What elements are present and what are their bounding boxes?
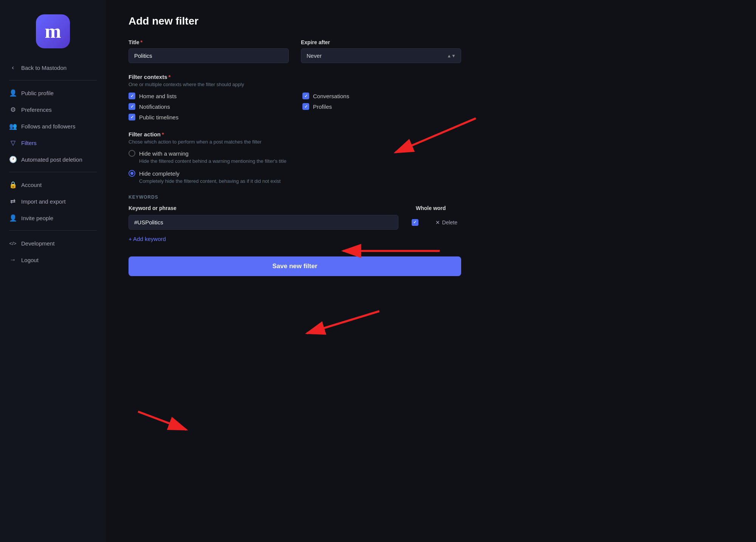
checkbox-home-label: Home and lists [139, 93, 177, 99]
sidebar-item-account[interactable]: 🔒 Account [3, 177, 103, 193]
filter-contexts-title: Filter contexts* [129, 74, 461, 80]
sidebar-label-filters: Filters [21, 140, 37, 146]
checkbox-home[interactable]: ✓ Home and lists [129, 93, 287, 99]
logout-icon: → [9, 256, 17, 264]
back-label: Back to Mastodon [21, 65, 67, 71]
checkbox-public-label: Public timelines [139, 114, 178, 120]
radio-hide-row[interactable]: Hide completely [129, 170, 461, 177]
sidebar-label-import-export: Import and export [21, 198, 66, 205]
title-input[interactable] [129, 48, 289, 63]
kw-whole-check-0[interactable]: ✓ [404, 219, 426, 226]
auto-delete-icon: 🕐 [9, 156, 17, 163]
follows-icon: 👥 [9, 122, 17, 130]
checkbox-grid: ✓ Home and lists ✓ Conversations ✓ Notif… [129, 93, 461, 120]
back-icon: ‹ [9, 64, 17, 71]
sidebar-item-invite[interactable]: 👤 Invite people [3, 210, 103, 226]
contexts-required-star: * [169, 74, 171, 80]
expire-label: Expire after [301, 39, 461, 45]
logo-m-letter: m [45, 22, 61, 41]
page-title: Add new filter [129, 15, 461, 27]
sidebar-label-invite: Invite people [21, 215, 53, 221]
radio-warn-circle [129, 150, 135, 157]
expire-select[interactable]: Never 30 minutes 1 hour 6 hours 12 hours… [301, 48, 461, 63]
mastodon-logo: m [36, 14, 70, 48]
checkbox-profiles-label: Profiles [313, 103, 332, 110]
filter-contexts-section: Filter contexts* One or multiple context… [129, 74, 461, 120]
filter-action-subtitle: Chose which action to perform when a pos… [129, 139, 461, 145]
sidebar-label-logout: Logout [21, 257, 39, 263]
logo-area: m [0, 8, 106, 60]
sidebar-item-filters[interactable]: ▽ Filters [3, 135, 103, 151]
kw-col-whole-label: Whole word [416, 205, 461, 211]
checkbox-public-box: ✓ [129, 114, 135, 120]
radio-hide-label: Hide completely [139, 170, 180, 177]
sidebar-item-public-profile[interactable]: 👤 Public profile [3, 85, 103, 101]
kw-delete-label: Delete [442, 219, 457, 225]
checkbox-notifications-label: Notifications [139, 103, 170, 110]
sidebar-item-auto-delete[interactable]: 🕐 Automated post deletion [3, 151, 103, 167]
kw-delete-button-0[interactable]: ✕ Delete [432, 217, 461, 228]
sidebar-item-preferences[interactable]: ⚙ Preferences [3, 102, 103, 117]
keyword-input-0[interactable] [129, 215, 398, 230]
expire-group: Expire after Never 30 minutes 1 hour 6 h… [301, 39, 461, 63]
title-label: Title* [129, 39, 289, 45]
radio-warn-desc: Hide the filtered content behind a warni… [139, 158, 461, 164]
sidebar-item-import-export[interactable]: ⇄ Import and export [3, 193, 103, 209]
title-expire-row: Title* Expire after Never 30 minutes 1 h… [129, 39, 461, 63]
checkbox-public[interactable]: ✓ Public timelines [129, 114, 287, 120]
filter-action-section: Filter action* Chose which action to per… [129, 131, 461, 184]
checkbox-conversations-box: ✓ [302, 93, 309, 99]
save-filter-button[interactable]: Save new filter [129, 256, 461, 276]
kw-col-phrase-label: Keyword or phrase [129, 205, 416, 211]
checkbox-conversations-label: Conversations [313, 93, 349, 99]
nav-divider-1 [9, 80, 97, 80]
main-content: Add new filter Title* Expire after Never… [106, 0, 484, 542]
checkbox-profiles[interactable]: ✓ Profiles [302, 103, 461, 110]
sidebar: m ‹ Back to Mastodon 👤 Public profile ⚙ … [0, 0, 106, 542]
add-keyword-button[interactable]: + Add keyword [129, 233, 461, 244]
kw-delete-x-icon: ✕ [435, 219, 440, 225]
checkbox-notifications[interactable]: ✓ Notifications [129, 103, 287, 110]
sidebar-item-logout[interactable]: → Logout [3, 252, 103, 268]
checkbox-conversations[interactable]: ✓ Conversations [302, 93, 461, 99]
filter-action-title: Filter action* [129, 131, 461, 137]
checkbox-home-box: ✓ [129, 93, 135, 99]
action-required-star: * [162, 131, 164, 137]
keywords-section: KEYWORDS Keyword or phrase Whole word ✓ … [129, 195, 461, 244]
sidebar-label-account: Account [21, 182, 42, 188]
filter-contexts-subtitle: One or multiple contexts where the filte… [129, 82, 461, 87]
sidebar-label-preferences: Preferences [21, 107, 52, 113]
title-required-star: * [141, 39, 143, 45]
account-icon: 🔒 [9, 181, 17, 188]
filters-icon: ▽ [9, 139, 17, 147]
sidebar-item-follows[interactable]: 👥 Follows and followers [3, 118, 103, 134]
sidebar-label-follows: Follows and followers [21, 123, 75, 130]
title-group: Title* [129, 39, 289, 63]
add-keyword-label: + Add keyword [129, 236, 166, 242]
svg-line-3 [307, 311, 379, 334]
radio-hide-circle [129, 170, 135, 177]
sidebar-label-public-profile: Public profile [21, 90, 54, 96]
radio-warn-row[interactable]: Hide with a warning [129, 150, 461, 157]
development-icon: </> [9, 239, 17, 247]
sidebar-nav: ‹ Back to Mastodon 👤 Public profile ⚙ Pr… [0, 60, 106, 268]
keywords-title: KEYWORDS [129, 195, 461, 200]
import-export-icon: ⇄ [9, 198, 17, 205]
radio-item-warn: Hide with a warning Hide the filtered co… [129, 150, 461, 164]
expire-select-wrapper: Never 30 minutes 1 hour 6 hours 12 hours… [301, 48, 461, 63]
nav-divider-3 [9, 230, 97, 231]
checkbox-notifications-box: ✓ [129, 103, 135, 110]
radio-hide-desc: Completely hide the filtered content, be… [139, 178, 461, 184]
checkbox-profiles-box: ✓ [302, 103, 309, 110]
sidebar-item-development[interactable]: </> Development [3, 235, 103, 251]
radio-item-hide: Hide completely Completely hide the filt… [129, 170, 461, 184]
preferences-icon: ⚙ [9, 106, 17, 113]
back-to-mastodon[interactable]: ‹ Back to Mastodon [3, 60, 103, 76]
svg-line-4 [138, 412, 186, 430]
sidebar-label-auto-delete: Automated post deletion [21, 156, 82, 163]
profile-icon: 👤 [9, 89, 17, 97]
nav-divider-2 [9, 172, 97, 172]
keywords-header: Keyword or phrase Whole word [129, 205, 461, 211]
radio-group: Hide with a warning Hide the filtered co… [129, 150, 461, 184]
kw-whole-checkbox-0: ✓ [412, 219, 418, 226]
